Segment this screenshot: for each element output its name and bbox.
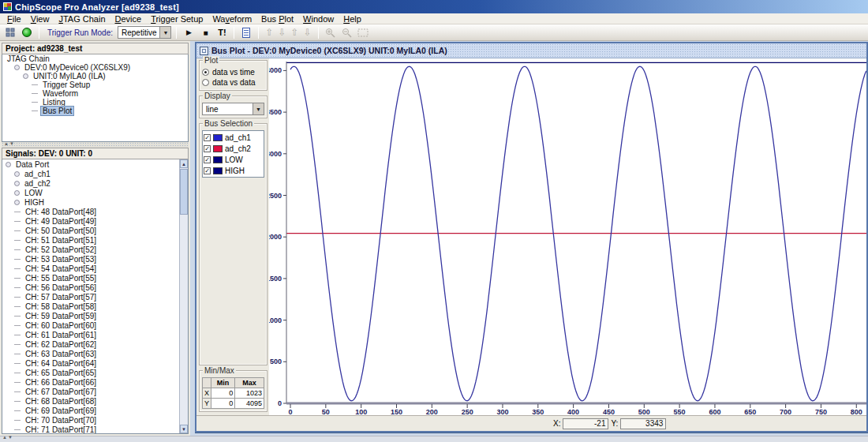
tree-handle-icon[interactable] (14, 171, 20, 177)
radio-icon[interactable] (202, 69, 209, 76)
tree-item-ch-61-dataport-61[interactable]: CH: 61 DataPort[61] (2, 330, 188, 339)
trigger-run-mode-select[interactable]: Repetitive ▼ (118, 26, 171, 39)
tree-item-bus-plot[interactable]: Bus Plot (2, 107, 188, 115)
cursor-x-field[interactable]: -21 (563, 418, 608, 429)
bus-plot-chart[interactable]: 0500100015002000250030003500400005010015… (269, 58, 866, 415)
tree-item-ch-64-dataport-64[interactable]: CH: 64 DataPort[64] (2, 358, 188, 368)
zoom-in-button[interactable] (324, 26, 338, 39)
tree-item-ch-49-dataport-49[interactable]: CH: 49 DataPort[49] (2, 216, 188, 226)
tree-item-waveform[interactable]: Waveform (2, 89, 188, 98)
app-titlebar: ChipScope Pro Analyzer [ad9238_test] (0, 0, 868, 13)
menu-window[interactable]: Window (298, 14, 339, 24)
tree-item-ch-53-dataport-53[interactable]: CH: 53 DataPort[53] (2, 254, 188, 264)
tree-item-ch-66-dataport-66[interactable]: CH: 66 DataPort[66] (2, 377, 188, 387)
device-status-button[interactable] (20, 26, 34, 39)
menu-help[interactable]: Help (339, 14, 366, 24)
tree-item-ch-52-dataport-52[interactable]: CH: 52 DataPort[52] (2, 245, 188, 254)
radio-icon[interactable] (202, 79, 209, 86)
tree-item-ad-ch1[interactable]: ad_ch1 (2, 169, 188, 178)
tree-item-ch-55-dataport-55[interactable]: CH: 55 DataPort[55] (2, 273, 188, 283)
tree-item-ch-50-dataport-50[interactable]: CH: 50 DataPort[50] (2, 226, 188, 235)
tree-item-ch-58-dataport-58[interactable]: CH: 58 DataPort[58] (2, 302, 188, 311)
bus-row-low[interactable]: ✓LOW (204, 154, 263, 165)
checkbox-icon[interactable]: ✓ (204, 167, 211, 174)
toolbar-separator (234, 27, 234, 39)
tree-item-jtag-chain[interactable]: JTAG Chain (2, 54, 188, 63)
menu-view[interactable]: View (26, 14, 54, 24)
checkbox-icon[interactable]: ✓ (204, 145, 211, 152)
minmax-value: 0 (211, 388, 235, 399)
tree-item-listing[interactable]: Listing (2, 98, 188, 107)
tree-item-trigger-setup[interactable]: Trigger Setup (2, 81, 188, 89)
tree-item-ch-67-dataport-67[interactable]: CH: 67 DataPort[67] (2, 387, 188, 396)
tree-item-low[interactable]: LOW (2, 188, 188, 197)
tree-item-label: ad_ch2 (23, 179, 52, 188)
tree-handle-icon[interactable] (14, 190, 20, 196)
tree-leaf-connector (14, 373, 21, 373)
tree-item-ch-63-dataport-63[interactable]: CH: 63 DataPort[63] (2, 349, 188, 358)
tree-item-ch-54-dataport-54[interactable]: CH: 54 DataPort[54] (2, 264, 188, 273)
tree-item-label: CH: 68 DataPort[68] (24, 397, 98, 406)
scroll-down-icon[interactable]: ▼ (180, 425, 188, 433)
tree-item-ch-59-dataport-59[interactable]: CH: 59 DataPort[59] (2, 311, 188, 320)
bus-row-ad-ch2[interactable]: ✓ad_ch2 (204, 143, 263, 154)
trigger-immediate-button[interactable]: T! (215, 26, 229, 39)
x-tick-label: 50 (322, 408, 330, 415)
menu-jtag-chain[interactable]: JTAG Chain (54, 14, 110, 24)
bus-row-high[interactable]: ✓HIGH (204, 165, 263, 176)
tree-item-ch-62-dataport-62[interactable]: CH: 62 DataPort[62] (2, 339, 188, 349)
menu-waveform[interactable]: Waveform (208, 14, 256, 24)
tree-handle-icon[interactable] (14, 200, 20, 205)
tree-item-ch-60-dataport-60[interactable]: CH: 60 DataPort[60] (2, 320, 188, 330)
tree-item-unit-0-myila0-ila[interactable]: UNIT:0 MyILA0 (ILA) (2, 72, 188, 81)
radio-data-vs-data[interactable]: data vs data (202, 77, 264, 88)
tree-item-ch-69-dataport-69[interactable]: CH: 69 DataPort[69] (2, 406, 188, 415)
project-tree: JTAG ChainDEV:0 MyDevice0 (XC6SLX9)UNIT:… (2, 54, 189, 142)
tree-item-ch-51-dataport-51[interactable]: CH: 51 DataPort[51] (2, 235, 188, 245)
bus-row-ad-ch1[interactable]: ✓ad_ch1 (204, 132, 263, 143)
menu-device[interactable]: Device (110, 14, 147, 24)
scroll-up-icon[interactable]: ▲ (180, 159, 188, 168)
menu-trigger-setup[interactable]: Trigger Setup (146, 14, 208, 24)
tree-item-ch-56-dataport-56[interactable]: CH: 56 DataPort[56] (2, 283, 188, 292)
bottom-splitter[interactable]: ▲▼ (0, 436, 868, 442)
tree-item-ch-68-dataport-68[interactable]: CH: 68 DataPort[68] (2, 396, 188, 406)
splitter-collapse-icons[interactable]: ▲▼ (4, 141, 15, 146)
tree-handle-icon[interactable] (14, 181, 20, 186)
bus-label: HIGH (225, 167, 245, 175)
show-bus-plot-button[interactable] (239, 26, 253, 39)
tree-item-dev-0-mydevice0-xc6slx9[interactable]: DEV:0 MyDevice0 (XC6SLX9) (2, 63, 188, 72)
tree-item-ch-70-dataport-70[interactable]: CH: 70 DataPort[70] (2, 415, 188, 425)
tree-item-label: DEV:0 MyDevice0 (XC6SLX9) (23, 63, 132, 72)
panel-splitter[interactable]: ▲▼ (2, 142, 189, 148)
jtag-chain-button[interactable] (3, 26, 17, 39)
cursor-y-field[interactable]: 3343 (620, 418, 666, 429)
tree-leaf-connector (14, 259, 21, 260)
tree-item-high[interactable]: HIGH (2, 197, 188, 207)
checkbox-icon[interactable]: ✓ (204, 134, 211, 141)
tree-item-ch-65-dataport-65[interactable]: CH: 65 DataPort[65] (2, 368, 188, 377)
plot-area[interactable]: 0500100015002000250030003500400005010015… (269, 58, 866, 415)
zoom-out-button[interactable] (340, 26, 354, 39)
checkbox-icon[interactable]: ✓ (204, 156, 211, 163)
signals-scrollbar[interactable]: ▲ ▼ (179, 159, 188, 433)
run-trigger-button[interactable]: ▶ (181, 26, 196, 39)
menu-bus-plot[interactable]: Bus Plot (256, 14, 298, 24)
tree-item-data-port[interactable]: Data Port (2, 159, 188, 169)
tree-handle-icon[interactable] (23, 73, 28, 79)
tree-item-ch-57-dataport-57[interactable]: CH: 57 DataPort[57] (2, 292, 188, 302)
zoom-area-button[interactable] (357, 26, 371, 39)
tree-handle-icon[interactable] (6, 162, 11, 167)
scrollbar-thumb[interactable] (180, 169, 188, 215)
tree-item-ch-48-dataport-48[interactable]: CH: 48 DataPort[48] (2, 207, 188, 216)
radio-data-vs-time[interactable]: data vs time (202, 67, 264, 77)
tree-item-ch-71-dataport-71[interactable]: CH: 71 DataPort[71] (2, 425, 188, 434)
tree-item-ad-ch2[interactable]: ad_ch2 (2, 178, 188, 188)
display-select[interactable]: line ▼ (202, 103, 264, 115)
bus-plot-titlebar[interactable]: Bus Plot - DEV:0 MyDevice0 (XC6SLX9) UNI… (196, 43, 866, 58)
stop-acquisition-button[interactable]: ■ (198, 26, 212, 39)
splitter-collapse-icons[interactable]: ▲▼ (2, 435, 13, 440)
tree-handle-icon[interactable] (14, 65, 20, 70)
menu-file[interactable]: File (2, 14, 26, 24)
x-tick-label: 700 (780, 408, 791, 415)
